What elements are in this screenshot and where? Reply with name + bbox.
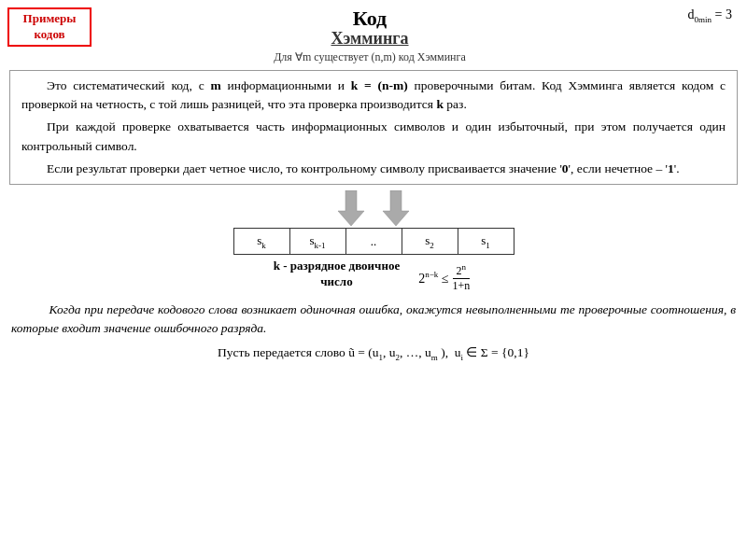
bit-table: sk sk-1 .. s2 s1 — [233, 228, 514, 255]
arrows-svg — [280, 190, 467, 228]
cell-sk: sk — [233, 229, 289, 255]
dmin-label: d0min = 3 — [688, 7, 732, 21]
main-text-box: Это систематический код, с m информацион… — [9, 70, 738, 185]
bit-label: k - разрядное двоичноечисло — [274, 259, 400, 290]
fraction: 2n 1+n — [448, 262, 473, 293]
formula-left: 2n−k ≤ — [418, 270, 448, 287]
italic-paragraph: Когда при передаче кодового слова возник… — [11, 301, 736, 339]
svg-marker-0 — [338, 190, 364, 226]
italic-text: Когда при передаче кодового слова возник… — [11, 302, 736, 335]
bottom-formula-area: Пусть передается слово ũ = (u1, u2, …, u… — [0, 344, 747, 362]
title-center: Код Хэмминга Для ∀m существует (n,m) код… — [92, 7, 648, 64]
paragraph-1: Это систематический код, с m информацион… — [21, 77, 726, 115]
paragraph-2: При каждой проверке охватывается часть и… — [21, 118, 726, 156]
title-subtitle: Хэмминга — [92, 30, 648, 49]
dmin-area: d0min = 3 — [648, 7, 732, 24]
cell-sk1: sk-1 — [289, 229, 345, 255]
formula-area: 2n−k ≤ 2n 1+n — [418, 262, 473, 293]
header: Примерыкодов Код Хэмминга Для ∀m существ… — [0, 0, 747, 64]
bit-table-area: sk sk-1 .. s2 s1 k - разрядное двоичноеч… — [0, 228, 747, 293]
cell-s1: s1 — [458, 229, 514, 255]
dmin-sub: 0min — [695, 15, 712, 24]
cell-dots: .. — [345, 229, 402, 255]
fraction-denominator: 1+n — [448, 279, 473, 293]
title-line1: Код — [353, 7, 387, 30]
fraction-numerator: 2n — [453, 262, 471, 279]
arrows-area — [0, 190, 747, 228]
bottom-formula-text: Пусть передается слово ũ = (u1, u2, …, u… — [218, 345, 529, 359]
title-hamming: Хэмминга — [331, 29, 408, 48]
subtitle-formula: Для ∀m существует (n,m) код Хэмминга — [92, 50, 648, 64]
examples-box[interactable]: Примерыкодов — [7, 7, 92, 47]
title-main: Код — [92, 7, 648, 30]
examples-label: Примерыкодов — [23, 11, 77, 41]
cell-s2: s2 — [402, 229, 458, 255]
paragraph-3: Если результат проверки дает четное числ… — [21, 160, 726, 178]
table-row: sk sk-1 .. s2 s1 — [233, 229, 514, 255]
svg-marker-1 — [383, 190, 409, 226]
